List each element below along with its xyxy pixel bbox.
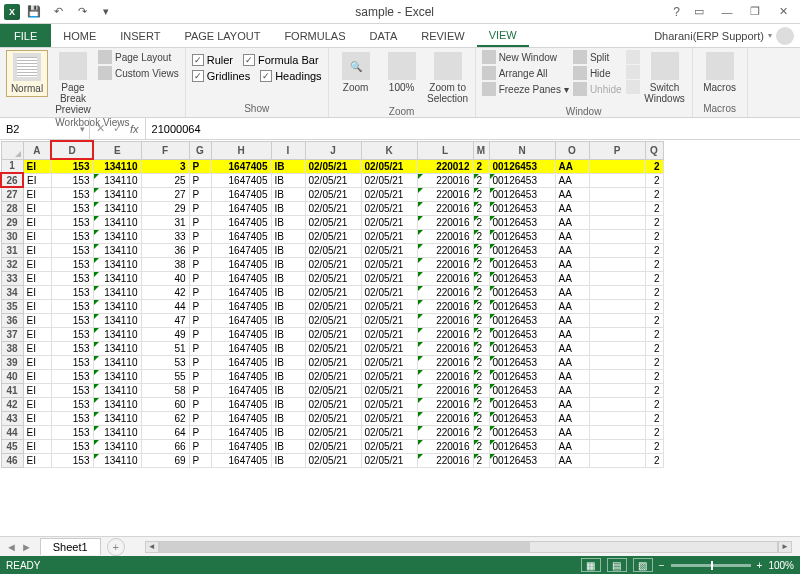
cell[interactable]: 1647405	[211, 187, 271, 201]
cell[interactable]: 134110	[93, 341, 141, 355]
cell[interactable]: 2	[473, 187, 489, 201]
cell[interactable]: 2	[645, 439, 663, 453]
cell[interactable]: 02/05/21	[305, 439, 361, 453]
fx-icon[interactable]: fx	[130, 123, 139, 135]
cell[interactable]: 153	[51, 369, 93, 383]
cell[interactable]: 134110	[93, 369, 141, 383]
cell[interactable]: 00126453	[489, 187, 555, 201]
sync-scroll-icon[interactable]	[626, 65, 640, 79]
save-button[interactable]: 💾	[24, 2, 44, 22]
select-all-button[interactable]	[1, 141, 23, 159]
cell[interactable]: 2	[645, 229, 663, 243]
cell[interactable]: 02/05/21	[361, 271, 417, 285]
cell[interactable]: 2	[473, 355, 489, 369]
cell[interactable]: 02/05/21	[361, 439, 417, 453]
column-header[interactable]: E	[93, 141, 141, 159]
cell[interactable]: 220016	[417, 173, 473, 187]
cell[interactable]: 58	[141, 383, 189, 397]
cell[interactable]: 134110	[93, 439, 141, 453]
cell[interactable]: 2	[645, 425, 663, 439]
cell[interactable]: 02/05/21	[361, 355, 417, 369]
cell[interactable]: 2	[645, 201, 663, 215]
cell[interactable]: EI	[23, 369, 51, 383]
cell[interactable]: 2	[645, 453, 663, 467]
cell[interactable]	[589, 383, 645, 397]
cell[interactable]: IB	[271, 201, 305, 215]
freeze-panes-button[interactable]: Freeze Panes ▾	[482, 82, 569, 96]
zoom-to-selection-button[interactable]: Zoom to Selection	[427, 50, 469, 106]
cell[interactable]: P	[189, 341, 211, 355]
cell[interactable]: 64	[141, 425, 189, 439]
cell[interactable]	[589, 341, 645, 355]
qat-customize-button[interactable]: ▾	[96, 2, 116, 22]
cell[interactable]: EI	[23, 299, 51, 313]
enter-formula-icon[interactable]: ✓	[113, 122, 122, 135]
cell[interactable]: 134110	[93, 299, 141, 313]
ribbon-options-button[interactable]: ▭	[686, 2, 712, 22]
cell[interactable]: 1647405	[211, 341, 271, 355]
cell[interactable]: 134110	[93, 271, 141, 285]
normal-view-status-button[interactable]: ▦	[581, 558, 601, 572]
cell[interactable]: EI	[23, 355, 51, 369]
column-header[interactable]: D	[51, 141, 93, 159]
cell[interactable]: 153	[51, 439, 93, 453]
horizontal-scrollbar[interactable]: ◄ ►	[145, 541, 792, 553]
cell[interactable]: AA	[555, 299, 589, 313]
cell[interactable]: 2	[645, 159, 663, 173]
cell[interactable]: AA	[555, 201, 589, 215]
cell[interactable]: 00126453	[489, 215, 555, 229]
cell[interactable]: 00126453	[489, 439, 555, 453]
cell[interactable]: 02/05/21	[305, 215, 361, 229]
cell[interactable]: P	[189, 327, 211, 341]
cell[interactable]: 02/05/21	[305, 285, 361, 299]
cell[interactable]: 00126453	[489, 453, 555, 467]
cell[interactable]: 220016	[417, 215, 473, 229]
cell[interactable]: 220016	[417, 355, 473, 369]
cell[interactable]: 69	[141, 453, 189, 467]
cell[interactable]: EI	[23, 285, 51, 299]
cell[interactable]: IB	[271, 425, 305, 439]
cell[interactable]: 02/05/21	[305, 397, 361, 411]
cell[interactable]: 220016	[417, 229, 473, 243]
cell[interactable]: 1647405	[211, 285, 271, 299]
row-header[interactable]: 39	[1, 355, 23, 369]
page-break-preview-button[interactable]: Page Break Preview	[52, 50, 94, 117]
cell[interactable]: 1647405	[211, 369, 271, 383]
cell[interactable]: 1647405	[211, 215, 271, 229]
cell[interactable]: 153	[51, 243, 93, 257]
cell[interactable]: AA	[555, 243, 589, 257]
user-name[interactable]: Dharani(ERP Support)	[654, 30, 764, 42]
new-window-button[interactable]: New Window	[482, 50, 569, 64]
cell[interactable]: 1647405	[211, 355, 271, 369]
cell[interactable]: 2	[473, 201, 489, 215]
cell[interactable]: AA	[555, 369, 589, 383]
row-header[interactable]: 45	[1, 439, 23, 453]
cell[interactable]: 02/05/21	[361, 383, 417, 397]
cell[interactable]: 02/05/21	[305, 355, 361, 369]
cell[interactable]: 40	[141, 271, 189, 285]
cell[interactable]	[589, 271, 645, 285]
cell[interactable]: 00126453	[489, 313, 555, 327]
cell[interactable]: 2	[473, 453, 489, 467]
hscroll-track[interactable]	[159, 541, 778, 553]
cell[interactable]: AA	[555, 313, 589, 327]
cell[interactable]: 2	[645, 313, 663, 327]
cell[interactable]: 134110	[93, 257, 141, 271]
cell[interactable]	[589, 313, 645, 327]
page-layout-status-button[interactable]: ▤	[607, 558, 627, 572]
row-header[interactable]: 41	[1, 383, 23, 397]
cell[interactable]: 153	[51, 411, 93, 425]
cell[interactable]: 2	[473, 383, 489, 397]
cell[interactable]: 02/05/21	[361, 229, 417, 243]
cell[interactable]: P	[189, 299, 211, 313]
zoom-in-button[interactable]: +	[757, 560, 763, 571]
cell[interactable]: 2	[473, 425, 489, 439]
cell[interactable]: EI	[23, 411, 51, 425]
cell[interactable]: EI	[23, 257, 51, 271]
cell[interactable]: 00126453	[489, 229, 555, 243]
cell[interactable]: 220016	[417, 383, 473, 397]
cell[interactable]: 02/05/21	[305, 173, 361, 187]
cell[interactable]: 3	[141, 159, 189, 173]
cell[interactable]: 1647405	[211, 243, 271, 257]
cell[interactable]: 1647405	[211, 397, 271, 411]
